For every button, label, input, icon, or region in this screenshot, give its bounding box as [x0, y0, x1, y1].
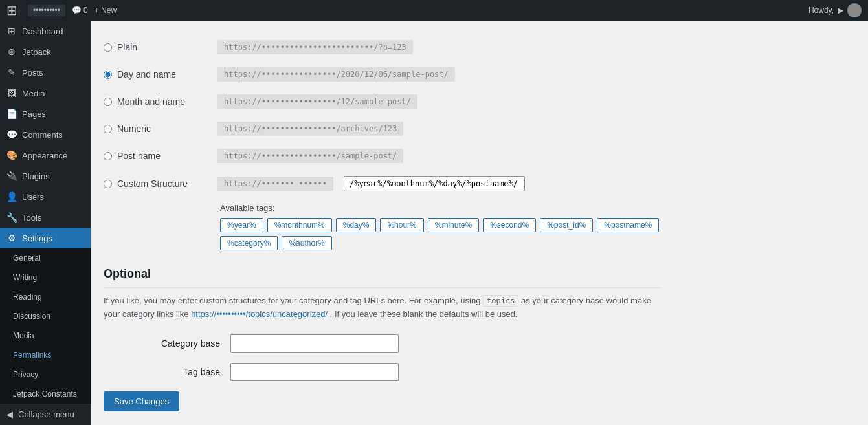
comments-link[interactable]: 💬 0 [72, 6, 88, 15]
wp-logo-icon[interactable]: ⊞ [6, 3, 17, 18]
jetpack-constants-label: Jetpack Constants [13, 389, 77, 398]
month-and-name-radio-label[interactable]: Month and name [104, 96, 207, 107]
month-and-name-radio[interactable] [104, 98, 112, 106]
tag-button[interactable]: %author% [282, 236, 331, 250]
tag-button[interactable]: %category% [220, 236, 278, 250]
tag-base-input[interactable] [230, 363, 399, 381]
users-icon: 👤 [6, 191, 17, 202]
numeric-radio[interactable] [104, 125, 112, 133]
permalink-option-custom-structure: Custom Structure https://••••••• •••••• [104, 169, 660, 198]
sidebar-item-label: Plugins [22, 171, 50, 181]
sidebar-item-jetpack-constants[interactable]: Jetpack Constants [0, 384, 91, 404]
sidebar-item-label: Users [22, 192, 44, 202]
sidebar-item-settings[interactable]: ⚙ Settings [0, 228, 91, 248]
day-and-name-url: https://••••••••••••••••/2020/12/06/samp… [217, 67, 455, 82]
tag-button[interactable]: %year% [220, 218, 263, 232]
numeric-label: Numeric [117, 124, 151, 134]
post-name-radio[interactable] [104, 152, 112, 160]
sidebar-item-label: Dashboard [22, 27, 63, 36]
howdy-text: Howdy, [808, 6, 834, 15]
collapse-menu-button[interactable]: ◀ Collapse menu [0, 404, 91, 424]
day-and-name-radio-label[interactable]: Day and name [104, 69, 207, 80]
general-label: General [13, 254, 41, 263]
collapse-label: Collapse menu [18, 409, 74, 419]
avatar[interactable] [847, 3, 862, 17]
appearance-icon: 🎨 [6, 150, 17, 160]
custom-structure-label: Custom Structure [117, 179, 188, 189]
user-info[interactable]: ▶ [838, 6, 843, 15]
available-tags-section: Available tags: %year%%monthnum%%day%%ho… [104, 198, 660, 261]
optional-title: Optional [104, 267, 660, 288]
tag-button[interactable]: %monthnum% [267, 218, 332, 232]
numeric-radio-label[interactable]: Numeric [104, 124, 207, 134]
sidebar-item-dashboard[interactable]: ⊞ Dashboard [0, 21, 91, 41]
custom-structure-input[interactable] [344, 176, 525, 191]
permalink-option-day-and-name: Day and name https://••••••••••••••••/20… [104, 61, 660, 88]
sidebar-item-label: Settings [22, 234, 52, 243]
new-content-button[interactable]: + New [95, 6, 117, 15]
sidebar-item-jetpack[interactable]: ⊛ Jetpack [0, 41, 91, 62]
sidebar-item-privacy[interactable]: Privacy [0, 365, 91, 384]
sidebar-item-writing[interactable]: Writing [0, 268, 91, 287]
custom-structure-radio-label[interactable]: Custom Structure [104, 179, 207, 189]
plain-url: https://••••••••••••••••••••••••/?p=123 [217, 40, 413, 54]
sidebar-item-comments[interactable]: 💬 Comments [0, 124, 91, 145]
save-changes-button[interactable]: Save Changes [104, 391, 179, 411]
sidebar-item-pages[interactable]: 📄 Pages [0, 104, 91, 124]
dashboard-icon: ⊞ [6, 26, 17, 36]
topics-code: topics [483, 295, 518, 307]
sidebar-item-posts[interactable]: ✎ Posts [0, 62, 91, 83]
sidebar-item-label: Pages [22, 109, 46, 119]
category-base-input[interactable] [230, 334, 399, 353]
discussion-label: Discussion [13, 312, 50, 321]
category-base-label: Category base [104, 338, 220, 349]
example-link[interactable]: https://••••••••••/topics/uncategorized/ [191, 309, 328, 319]
post-name-radio-label[interactable]: Post name [104, 151, 207, 161]
permalinks-label: Permalinks [13, 351, 51, 360]
tools-icon: 🔧 [6, 212, 17, 223]
tag-button[interactable]: %hour% [380, 218, 423, 232]
site-name[interactable]: •••••••••• [28, 5, 65, 16]
sidebar-item-general[interactable]: General [0, 248, 91, 268]
media-settings-label: Media [13, 331, 34, 340]
tag-button[interactable]: %postname% [597, 218, 659, 232]
plain-radio-label[interactable]: Plain [104, 42, 207, 52]
sidebar-item-users[interactable]: 👤 Users [0, 186, 91, 207]
sidebar-item-reading[interactable]: Reading [0, 287, 91, 307]
custom-structure-radio[interactable] [104, 180, 112, 188]
collapse-icon: ◀ [6, 409, 13, 419]
tags-list: %year%%monthnum%%day%%hour%%minute%%seco… [220, 218, 660, 250]
save-section: Save Changes [104, 391, 660, 411]
media-icon: 🖼 [6, 88, 17, 98]
sidebar-item-appearance[interactable]: 🎨 Appearance [0, 145, 91, 166]
sidebar-item-media-settings[interactable]: Media [0, 326, 91, 345]
permalink-option-plain: Plain https://••••••••••••••••••••••••/?… [104, 34, 660, 61]
settings-icon: ⚙ [6, 233, 17, 243]
tag-button[interactable]: %day% [336, 218, 377, 232]
month-and-name-label: Month and name [117, 96, 185, 107]
jetpack-icon: ⊛ [6, 47, 17, 57]
sidebar-item-discussion[interactable]: Discussion [0, 307, 91, 326]
tag-button[interactable]: %second% [483, 218, 536, 232]
permalink-option-numeric: Numeric https://••••••••••••••••/archive… [104, 115, 660, 142]
writing-label: Writing [13, 273, 37, 282]
post-name-url: https://••••••••••••••••/sample-post/ [217, 149, 403, 163]
sidebar-item-media[interactable]: 🖼 Media [0, 83, 91, 104]
comments-count: 0 [83, 6, 88, 15]
sidebar-item-permalinks[interactable]: Permalinks [0, 345, 91, 365]
plugins-icon: 🔌 [6, 171, 17, 181]
sidebar-item-plugins[interactable]: 🔌 Plugins [0, 166, 91, 186]
privacy-label: Privacy [13, 370, 38, 379]
month-and-name-url: https://••••••••••••••••/12/sample-post/ [217, 94, 417, 109]
tag-base-row: Tag base [104, 363, 660, 381]
permalink-option-month-and-name: Month and name https://••••••••••••••••/… [104, 88, 660, 115]
tag-button[interactable]: %post_id% [540, 218, 593, 232]
plain-radio[interactable] [104, 43, 112, 52]
numeric-url: https://••••••••••••••••/archives/123 [217, 122, 403, 136]
day-and-name-radio[interactable] [104, 71, 112, 79]
comments-sidebar-icon: 💬 [6, 129, 17, 140]
sidebar-item-label: Media [22, 89, 45, 98]
tag-button[interactable]: %minute% [428, 218, 479, 232]
sidebar-item-tools[interactable]: 🔧 Tools [0, 207, 91, 228]
available-tags-label: Available tags: [220, 203, 660, 213]
